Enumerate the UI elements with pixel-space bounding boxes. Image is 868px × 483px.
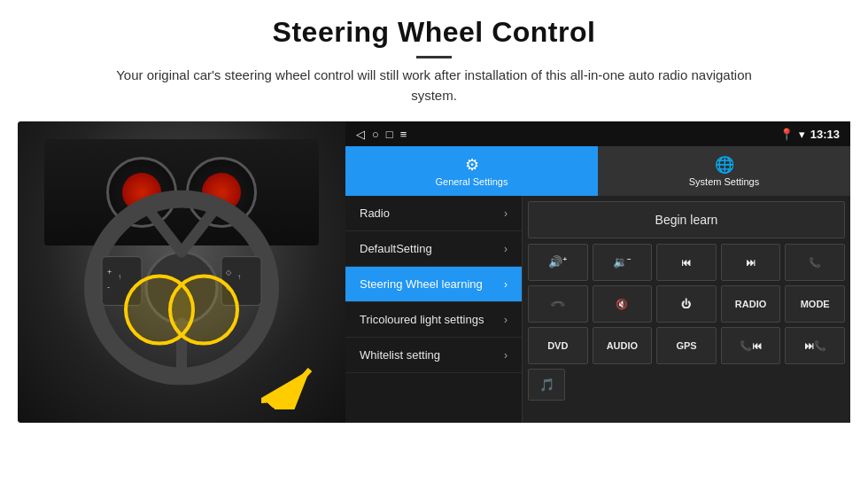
ctrl-grid-row2: 📞 🔇 ⏻ RADIO MODE [528, 285, 845, 323]
header-description: Your original car's steering wheel contr… [115, 66, 753, 105]
menu-item-steering[interactable]: Steering Wheel learning › [345, 267, 522, 302]
wifi-icon: ▾ [799, 128, 805, 141]
sw-background: + - ↑ ◇ ◇ ↑ [18, 121, 345, 423]
menu-label-whitelist: Whitelist setting [360, 348, 504, 362]
highlight-right [168, 275, 239, 346]
menu-icon: ≡ [400, 128, 407, 141]
phone-end-button[interactable]: 📞 [528, 285, 588, 323]
svg-text:◇: ◇ [226, 269, 232, 277]
svg-text:↑: ↑ [237, 273, 241, 281]
chevron-radio-icon: › [504, 207, 508, 220]
phone-next-icon: ⏭📞 [804, 340, 826, 352]
mode-label: MODE [801, 299, 830, 309]
vol-up-button[interactable]: 🔊+ [528, 244, 588, 281]
svg-text:-: - [107, 283, 110, 292]
left-menu: Radio › DefaultSetting › Steering Wheel … [345, 196, 523, 423]
header-divider [416, 56, 452, 58]
phone-answer-button[interactable]: 📞 [785, 244, 845, 281]
chevron-tricoloured-icon: › [504, 314, 508, 326]
chevron-steering-icon: › [504, 278, 508, 291]
tab-general-label: General Settings [436, 176, 508, 187]
car-ui: ◁ ○ □ ≡ 📍 ▾ 13:13 ⚙ General Settings 🌐 S… [345, 121, 850, 423]
audio-button[interactable]: AUDIO [593, 327, 653, 364]
page-title: Steering Wheel Control [35, 16, 833, 49]
svg-line-3 [182, 213, 213, 253]
phone-prev-icon: 📞⏮ [740, 340, 762, 352]
media-icon: 🎵 [539, 378, 554, 392]
phone-prev-button[interactable]: 📞⏮ [721, 327, 781, 364]
ctrl-grid-row3: DVD AUDIO GPS 📞⏮ ⏭📞 [528, 327, 845, 364]
menu-label-default: DefaultSetting [360, 242, 504, 255]
menu-label-tricoloured: Tricoloured light settings [360, 313, 504, 326]
prev-button[interactable]: ⏮ [656, 244, 717, 281]
arrow-svg [257, 356, 337, 409]
dvd-label: DVD [547, 340, 568, 351]
dvd-button[interactable]: DVD [528, 327, 588, 364]
vol-down-button[interactable]: 🔉− [593, 244, 653, 281]
menu-label-radio: Radio [360, 206, 504, 220]
gps-button[interactable]: GPS [656, 327, 717, 364]
main-content: + - ↑ ◇ ◇ ↑ [0, 114, 868, 423]
steering-wheel-image: + - ↑ ◇ ◇ ↑ [18, 121, 345, 423]
menu-item-default[interactable]: DefaultSetting › [345, 231, 522, 267]
back-icon: ◁ [356, 128, 365, 141]
tab-system-settings[interactable]: 🌐 System Settings [598, 146, 850, 196]
audio-label: AUDIO [607, 340, 638, 351]
system-globe-icon: 🌐 [715, 155, 734, 175]
menu-label-steering: Steering Wheel learning [360, 277, 504, 291]
chevron-default-icon: › [504, 243, 508, 255]
vol-down-icon: 🔉− [613, 255, 632, 269]
svg-text:+: + [107, 268, 112, 277]
phone-answer-icon: 📞 [809, 257, 821, 269]
power-button[interactable]: ⏻ [656, 285, 717, 323]
begin-learn-row: Begin learn [528, 201, 845, 238]
media-icon-button[interactable]: 🎵 [528, 369, 565, 401]
chevron-whitelist-icon: › [504, 349, 508, 362]
tab-bar: ⚙ General Settings 🌐 System Settings [345, 146, 850, 196]
begin-learn-button[interactable]: Begin learn [528, 201, 845, 238]
home-icon: ○ [372, 128, 379, 141]
phone-end-icon: 📞 [549, 295, 566, 312]
gps-label: GPS [676, 340, 696, 351]
ctrl-grid-row1: 🔊+ 🔉− ⏮ ⏭ 📞 [528, 244, 845, 281]
menu-item-radio[interactable]: Radio › [345, 196, 522, 231]
tab-system-label: System Settings [689, 176, 759, 187]
next-icon: ⏭ [746, 257, 756, 268]
mute-icon: 🔇 [616, 299, 628, 310]
wheel-container: + - ↑ ◇ ◇ ↑ [84, 191, 279, 386]
content-area: Radio › DefaultSetting › Steering Wheel … [345, 196, 850, 423]
vol-up-icon: 🔊+ [548, 255, 567, 269]
tab-general-settings[interactable]: ⚙ General Settings [345, 146, 598, 196]
radio-label: RADIO [735, 299, 766, 309]
settings-gear-icon: ⚙ [465, 155, 479, 175]
prev-icon: ⏮ [681, 257, 691, 268]
radio-mode-button[interactable]: RADIO [721, 285, 781, 323]
last-row: 🎵 [528, 369, 845, 401]
status-right: 📍 ▾ 13:13 [779, 128, 840, 141]
page-header: Steering Wheel Control Your original car… [0, 0, 868, 114]
mute-button[interactable]: 🔇 [593, 285, 653, 323]
location-icon: 📍 [779, 128, 794, 141]
status-bar: ◁ ○ □ ≡ 📍 ▾ 13:13 [345, 121, 850, 146]
menu-item-whitelist[interactable]: Whitelist setting › [345, 338, 522, 373]
recent-icon: □ [386, 128, 393, 141]
next-button[interactable]: ⏭ [721, 244, 781, 281]
svg-text:↑: ↑ [118, 273, 121, 281]
mode-button[interactable]: MODE [785, 285, 845, 323]
status-time: 13:13 [810, 128, 840, 141]
right-panel: Begin learn 🔊+ 🔉− ⏮ ⏭ [523, 196, 850, 423]
svg-line-2 [151, 213, 182, 253]
nav-icons: ◁ ○ □ ≡ [356, 128, 407, 141]
power-icon: ⏻ [681, 299, 691, 309]
phone-next-button[interactable]: ⏭📞 [785, 327, 845, 364]
menu-item-tricoloured[interactable]: Tricoloured light settings › [345, 302, 522, 338]
